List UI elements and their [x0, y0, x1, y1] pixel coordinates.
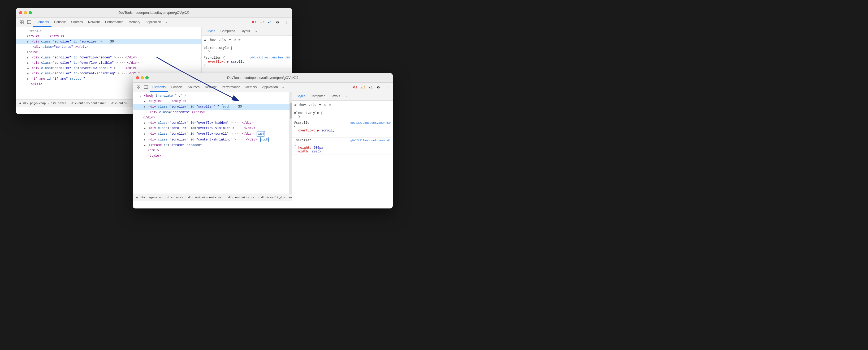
- traffic-lights-2[interactable]: [136, 76, 149, 79]
- tab-performance-1[interactable]: Performance: [102, 18, 126, 27]
- styles-tab-layout-2[interactable]: Layout: [328, 92, 343, 100]
- cursor-icon-2[interactable]: [135, 84, 142, 91]
- tab-network-2[interactable]: Network: [202, 83, 219, 92]
- scrollbar-2[interactable]: [289, 92, 291, 194]
- html-line-overflow-visible[interactable]: ▶ <div class="scroller" id="overflow-vis…: [16, 60, 202, 66]
- tab-console-2[interactable]: Console: [168, 83, 185, 92]
- tab-application-1[interactable]: Application: [143, 18, 164, 27]
- html-line-overflow-hidden[interactable]: ▶ <div class="scroller" id="overflow-hid…: [16, 55, 202, 60]
- breadcrumb-nav-left[interactable]: ◀: [18, 101, 22, 105]
- html-line-scroller-2[interactable]: ▶ <div class="scroller" id="scroller" " …: [133, 104, 291, 110]
- error-count-1[interactable]: ✖ 1: [250, 20, 257, 25]
- breadcrumb-page-wrap[interactable]: div.page-wrap: [22, 101, 47, 106]
- scroll-badge-overflow-scroll[interactable]: scroll: [257, 131, 265, 137]
- styles-more-1[interactable]: »: [254, 28, 259, 35]
- breadcrumb-output-sizer-2[interactable]: div.output-sizer: [227, 196, 257, 200]
- filter-hov[interactable]: :hov: [208, 38, 216, 42]
- scroll-badge-main[interactable]: scroll: [222, 104, 230, 109]
- traffic-lights-1[interactable]: [19, 11, 32, 14]
- error-count-2[interactable]: ✖ 1: [351, 85, 358, 90]
- breadcrumb-result-div-2[interactable]: div#result_div.result: [260, 196, 291, 200]
- filter-box1-2[interactable]: ⊡: [324, 103, 326, 107]
- html-line-scroller-selected[interactable]: ▶ <div class="scroller" id="scroller" > …: [16, 39, 202, 45]
- html-line-contents[interactable]: <div class="contents" ></div>: [16, 45, 202, 50]
- maximize-button-1[interactable]: [29, 11, 32, 14]
- html-line-body-2[interactable]: ▶ <body translate="no" >: [133, 93, 291, 98]
- info-count-2[interactable]: ■ 1: [368, 85, 374, 89]
- css-source-scroller-2[interactable]: gOVpXJJ?ano…ue&view=:50: [350, 121, 391, 124]
- filter-add[interactable]: +: [229, 37, 231, 42]
- html-line-style-2[interactable]: ▶ <style> ··· </style>: [133, 98, 291, 104]
- tab-elements-1[interactable]: Elements: [33, 18, 52, 27]
- gear-icon-1[interactable]: ⚙: [274, 19, 281, 26]
- tab-memory-2[interactable]: Memory: [243, 83, 259, 92]
- inspect-icon[interactable]: [26, 19, 33, 26]
- html-line-content-shrinking-2[interactable]: ▶ <div class="scroller" id="content-shri…: [133, 137, 291, 143]
- styles-tab-styles-1[interactable]: Styles: [204, 27, 218, 35]
- filter-add-2[interactable]: +: [319, 103, 321, 107]
- html-line-overflow-visible-2[interactable]: ▶ <div class="scroller" id="overflow-vis…: [133, 126, 291, 131]
- minimize-button-1[interactable]: [24, 11, 27, 14]
- warning-count-1[interactable]: ▲ 2: [258, 20, 266, 24]
- cursor-icon[interactable]: [18, 19, 26, 26]
- more-tabs-btn-2[interactable]: »: [280, 84, 285, 91]
- tab-console-1[interactable]: Console: [52, 18, 68, 27]
- more-menu-1[interactable]: ⋮: [282, 19, 290, 26]
- html-line-style-inner-2[interactable]: <style>: [133, 153, 291, 158]
- html-line-overflow-scroll-2[interactable]: ▶ <div class="scroller" id="overflow-scr…: [133, 131, 291, 137]
- html-line-style[interactable]: <style> ··· </style>: [16, 34, 202, 39]
- scroll-badge-content-shrinking[interactable]: scroll: [260, 137, 269, 142]
- filter-cls[interactable]: .cls: [218, 38, 226, 42]
- close-button-1[interactable]: [19, 11, 22, 14]
- close-button-2[interactable]: [136, 76, 139, 79]
- html-line-overflow-scroll[interactable]: ▶ <div class="scroller" id="overflow-scr…: [16, 66, 202, 71]
- filter-box2-2[interactable]: ⊞: [329, 103, 331, 107]
- styles-tab-layout-1[interactable]: Layout: [238, 27, 253, 35]
- inspect-icon-2[interactable]: [142, 84, 150, 91]
- breadcrumb-output-container-2[interactable]: div.output-container: [187, 196, 224, 200]
- html-line-contents-2[interactable]: <div class="contents" ></div>: [133, 110, 291, 115]
- css-source-scroller-class-2[interactable]: gOVpXJJ?ano…ue&view=:41: [350, 139, 391, 142]
- styles-tab-computed-2[interactable]: Computed: [308, 92, 328, 100]
- more-menu-2[interactable]: ⋮: [383, 84, 391, 91]
- styles-more-2[interactable]: »: [344, 93, 349, 100]
- scrollbar-thumb-2[interactable]: [290, 103, 291, 119]
- breadcrumb-nav-left-2[interactable]: ◀: [135, 196, 139, 199]
- tab-sources-1[interactable]: Sources: [68, 18, 86, 27]
- warning-count-2[interactable]: ▲ 2: [359, 85, 367, 89]
- html-line[interactable]: ··· transla···: [16, 28, 202, 34]
- breadcrumb-outpu[interactable]: div.outpu…: [111, 101, 130, 106]
- html-line-close-div[interactable]: </div>: [16, 50, 202, 55]
- html-line-close-div-2[interactable]: </div>: [133, 115, 291, 120]
- filter-box1[interactable]: ⊡: [234, 38, 236, 42]
- css-source-1[interactable]: gOVpXJJ?noc…ue&view=:50: [249, 56, 290, 60]
- gear-icon-2[interactable]: ⚙: [375, 84, 382, 91]
- html-line-overflow-hidden-2[interactable]: ▶ <div class="scroller" id="overflow-hid…: [133, 120, 291, 126]
- html-line-iframe-2[interactable]: ▶ <iframe id="iframe" srcdoc=": [133, 143, 291, 148]
- tab-elements-2[interactable]: Elements: [150, 83, 168, 92]
- styles-tab-styles-2[interactable]: Styles: [294, 92, 308, 100]
- tab-memory-1[interactable]: Memory: [126, 18, 143, 27]
- minimize-button-2[interactable]: [141, 76, 144, 79]
- tab-network-1[interactable]: Network: [86, 18, 102, 27]
- devtools-window-2[interactable]: DevTools - codepen.io/sofiayem/pen/gOVpX…: [133, 73, 393, 208]
- breadcrumb-boxes-2[interactable]: div.boxes: [166, 196, 184, 200]
- styles-tab-computed-1[interactable]: Computed: [218, 27, 238, 35]
- tab-performance-2[interactable]: Performance: [219, 83, 243, 92]
- tab-application-2[interactable]: Application: [259, 83, 280, 92]
- breadcrumb-output-container[interactable]: div.output-container: [70, 101, 107, 106]
- css-prop-overflow-2: overflow:: [298, 129, 317, 133]
- info-count-1[interactable]: ■ 1: [267, 20, 273, 24]
- html-line-html-2[interactable]: <html>: [133, 148, 291, 153]
- filter-hov-2[interactable]: :hov: [298, 103, 306, 107]
- filter-box2[interactable]: ⊞: [239, 38, 240, 42]
- maximize-button-2[interactable]: [146, 76, 149, 79]
- css-prop-height-2: height:: [298, 146, 314, 150]
- more-tabs-btn-1[interactable]: »: [164, 19, 168, 26]
- breadcrumb-boxes[interactable]: div.boxes: [50, 101, 67, 106]
- css-selector-scroller-class-2: .scroller: [294, 139, 311, 142]
- css-rule-element-style-1: element.style { }: [202, 45, 292, 55]
- filter-cls-2[interactable]: .cls: [309, 103, 316, 107]
- tab-sources-2[interactable]: Sources: [185, 83, 202, 92]
- breadcrumb-page-wrap-2[interactable]: div.page-wrap: [139, 196, 164, 200]
